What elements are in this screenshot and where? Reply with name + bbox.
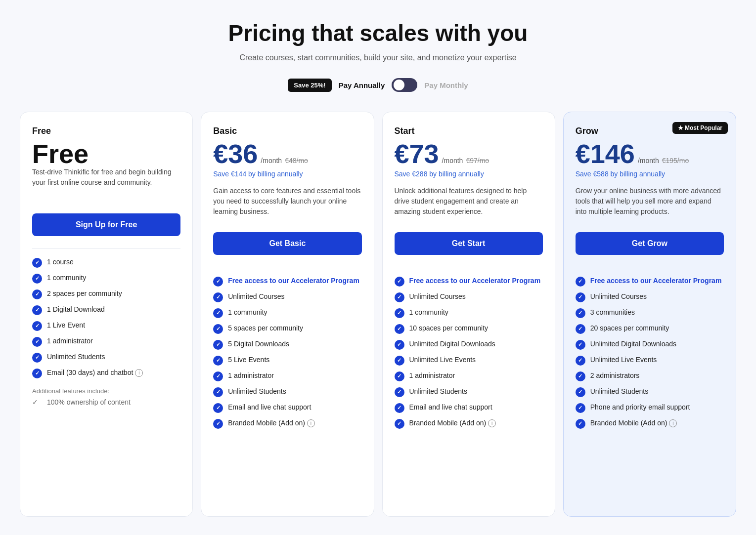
feature-item: ✓ Unlimited Live Events — [576, 355, 724, 366]
feature-item: ✓ Phone and priority email support — [576, 403, 724, 413]
cta-button-basic[interactable]: Get Basic — [213, 232, 361, 255]
plan-card-start: Start €73 /month €97/mo Save €288 by bil… — [382, 112, 555, 517]
plan-description: Test-drive Thinkific for free and begin … — [32, 167, 180, 203]
feature-check-icon: ✓ — [395, 292, 404, 302]
feature-item: ✓ 1 administrator — [213, 371, 361, 381]
feature-item: ✓ Free access to our Accelerator Program — [395, 276, 543, 287]
feature-check-icon: ✓ — [213, 324, 223, 334]
feature-item: ✓ 1 administrator — [32, 336, 180, 347]
feature-check-icon: ✓ — [213, 371, 223, 381]
plan-price: €36 — [213, 140, 258, 167]
feature-item: ✓ 20 spaces per community — [576, 324, 724, 334]
info-icon[interactable]: i — [307, 419, 315, 427]
feature-check-icon: ✓ — [395, 340, 404, 350]
feature-item: ✓ 1 community — [395, 308, 543, 318]
plan-name: Start — [395, 126, 543, 136]
page-subtitle: Create courses, start communities, build… — [20, 53, 736, 62]
billing-toggle-switch[interactable] — [392, 78, 417, 92]
info-icon[interactable]: i — [488, 419, 496, 427]
feature-item: ✓ Unlimited Digital Downloads — [395, 339, 543, 350]
info-icon[interactable]: i — [669, 419, 677, 427]
feature-check-icon: ✓ — [213, 419, 223, 429]
plan-save-text: Save €588 by billing annually — [576, 170, 724, 178]
cta-button-start[interactable]: Get Start — [395, 232, 543, 255]
plans-grid: Free Free Test-drive Thinkific for free … — [20, 112, 736, 517]
billing-toggle-row: Save 25%! Pay Annually Pay Monthly — [20, 78, 736, 92]
feature-item: ✓ 5 spaces per community — [213, 324, 361, 334]
feature-check-icon: ✓ — [213, 356, 223, 366]
feature-check-icon: ✓ — [576, 324, 585, 334]
page-header: Pricing that scales with you Create cour… — [20, 20, 736, 62]
feature-check-icon: ✓ — [213, 403, 223, 413]
save-badge: Save 25%! — [288, 79, 331, 92]
feature-check-icon: ✓ — [576, 340, 585, 350]
feature-item: ✓ Branded Mobile (Add on)i — [213, 418, 361, 429]
plan-price: €73 — [395, 140, 439, 167]
feature-item: ✓ 10 spaces per community — [395, 324, 543, 334]
cta-button-free[interactable]: Sign Up for Free — [32, 213, 180, 236]
divider — [32, 248, 180, 248]
divider — [213, 267, 361, 267]
feature-check-icon: ✓ — [576, 356, 585, 366]
plan-price-period: /month — [261, 157, 282, 165]
page-title: Pricing that scales with you — [20, 20, 736, 46]
feature-item: ✓ 1 community — [213, 308, 361, 318]
feature-check-icon: ✓ — [32, 305, 42, 315]
feature-item: ✓ Unlimited Live Events — [395, 355, 543, 366]
annual-label: Pay Annually — [339, 81, 385, 89]
plan-name: Free — [32, 126, 180, 136]
feature-item: ✓ Branded Mobile (Add on)i — [576, 418, 724, 429]
divider — [576, 267, 724, 267]
feature-check-icon: ✓ — [395, 371, 404, 381]
feature-check-icon: ✓ — [395, 403, 404, 413]
additional-features-section: Additional features include: ✓ 100% owne… — [32, 387, 180, 408]
feature-item: ✓ 2 spaces per community — [32, 289, 180, 299]
plan-save-text: Save €144 by billing annually — [213, 170, 361, 178]
feature-check-icon: ✓ — [576, 371, 585, 381]
feature-item: ✓ 1 administrator — [395, 371, 543, 381]
feature-item: ✓ Email and live chat support — [395, 403, 543, 413]
most-popular-badge: ★ Most Popular — [672, 122, 728, 134]
cta-button-grow[interactable]: Get Grow — [576, 232, 724, 255]
plan-price-original: €195/mo — [662, 157, 689, 165]
feature-item: ✓ Unlimited Digital Downloads — [576, 339, 724, 350]
feature-item: ✓ 1 Digital Download — [32, 305, 180, 315]
feature-item: ✓ Unlimited Students — [576, 387, 724, 397]
feature-item: ✓ Free access to our Accelerator Program — [576, 276, 724, 287]
plan-price: €146 — [576, 140, 635, 167]
feature-item: ✓ Unlimited Courses — [576, 292, 724, 302]
feature-check-icon: ✓ — [576, 292, 585, 302]
feature-item: ✓ Email and live chat support — [213, 403, 361, 413]
feature-check-icon: ✓ — [576, 308, 585, 318]
divider — [395, 267, 543, 267]
plan-price-original: €48/mo — [285, 157, 308, 165]
feature-check-icon: ✓ — [395, 324, 404, 334]
plan-name: Basic — [213, 126, 361, 136]
feature-check-icon: ✓ — [395, 419, 404, 429]
feature-check-icon: ✓ — [213, 308, 223, 318]
feature-item: ✓ 5 Digital Downloads — [213, 339, 361, 350]
plan-price: Free — [32, 140, 89, 167]
feature-check-icon: ✓ — [213, 277, 223, 287]
feature-item: ✓ Unlimited Students — [213, 387, 361, 397]
feature-check-icon: ✓ — [213, 292, 223, 302]
feature-check-icon: ✓ — [213, 340, 223, 350]
feature-list: ✓ Free access to our Accelerator Program… — [213, 276, 361, 429]
plan-description: Gain access to core features and essenti… — [213, 186, 361, 221]
feature-item: ✓ Unlimited Courses — [395, 292, 543, 302]
plan-price-original: €97/mo — [466, 157, 489, 165]
plan-save-text: Save €288 by billing annually — [395, 170, 543, 178]
info-icon[interactable]: i — [135, 369, 143, 377]
feature-item: ✓ 1 course — [32, 257, 180, 268]
feature-item: ✓ 1 Live Event — [32, 321, 180, 331]
feature-list: ✓ Free access to our Accelerator Program… — [576, 276, 724, 429]
check-icon: ✓ — [32, 398, 42, 408]
additional-feature-item: ✓ 100% ownership of content — [32, 398, 180, 408]
feature-check-icon: ✓ — [32, 289, 42, 299]
plan-description: Unlock additional features designed to h… — [395, 186, 543, 221]
plan-price-period: /month — [638, 157, 659, 165]
feature-item: ✓ Free access to our Accelerator Program — [213, 276, 361, 287]
feature-check-icon: ✓ — [32, 369, 42, 378]
feature-check-icon: ✓ — [32, 321, 42, 331]
feature-list: ✓ Free access to our Accelerator Program… — [395, 276, 543, 429]
